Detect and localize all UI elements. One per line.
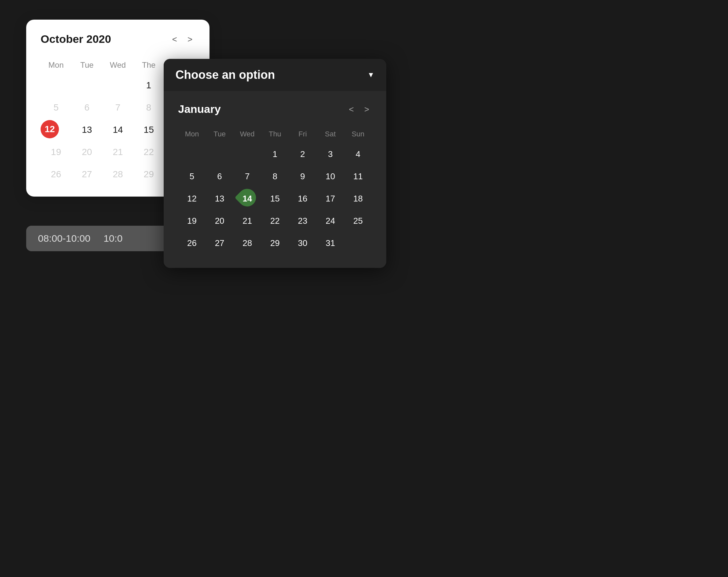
dropdown-header[interactable]: Choose an option ▼ [164,59,386,91]
dark-cal-header-row: Mon Tue Wed Thu Fri Sat Sun [178,126,372,142]
dark-day-23[interactable]: 23 [289,210,316,231]
light-day-12-selected[interactable]: 12 [41,120,59,138]
dark-col-wed: Wed [233,126,261,142]
light-day-13[interactable]: 13 [71,120,102,140]
dark-day-31[interactable]: 31 [316,232,344,253]
dark-day-13[interactable]: 13 [206,188,234,209]
dark-prev-button[interactable]: < [346,104,357,115]
dark-col-thu: Thu [261,126,289,142]
dark-day-29[interactable]: 29 [261,232,289,253]
dark-day-24[interactable]: 24 [316,210,344,231]
dark-calendar: January < > Mon Tue Wed Thu Fri Sat Sun [164,91,386,268]
dark-col-tue: Tue [206,126,234,142]
dark-day-empty [178,144,206,165]
dark-next-button[interactable]: > [362,104,372,115]
dark-day-5[interactable]: 5 [178,166,206,187]
dark-day-27[interactable]: 27 [206,232,234,253]
dark-day-11[interactable]: 11 [344,166,372,187]
dark-day-empty [206,144,234,165]
dark-day-12[interactable]: 12 [178,188,206,209]
dark-day-4[interactable]: 4 [344,144,372,165]
light-day-29[interactable]: 29 [133,165,164,184]
light-day-5[interactable]: 5 [41,98,71,117]
light-calendar-title: October 2020 [41,33,111,46]
light-day-26[interactable]: 26 [41,165,71,184]
dark-day-15[interactable]: 15 [261,188,289,209]
dark-day-18[interactable]: 18 [344,188,372,209]
light-day-20[interactable]: 20 [71,142,102,162]
dark-calendar-header: January < > [178,103,372,115]
light-day-empty [41,76,71,95]
light-next-button[interactable]: > [185,34,195,45]
dark-day-30[interactable]: 30 [289,232,316,253]
light-calendar-nav: < > [170,34,195,45]
dark-week-5: 26 27 28 29 30 31 [178,232,372,253]
dark-week-1: 1 2 3 4 [178,144,372,165]
light-day-7[interactable]: 7 [102,98,133,117]
dark-day-3[interactable]: 3 [316,144,344,165]
light-col-tue: Tue [71,57,102,73]
light-day-1[interactable]: 1 [133,76,164,95]
dark-day-6[interactable]: 6 [206,166,234,187]
dark-day-8[interactable]: 8 [261,166,289,187]
dark-day-14-selected[interactable]: 14 [233,188,261,209]
dark-day-2[interactable]: 2 [289,144,316,165]
light-day-empty [71,76,102,95]
dark-calendar-title: January [178,103,220,115]
dark-day-7[interactable]: 7 [233,166,261,187]
dark-col-sun: Sun [344,126,372,142]
dark-calendar-widget: Choose an option ▼ January < > Mon Tue W… [164,59,386,268]
dark-day-empty-end [344,232,372,253]
dark-day-10[interactable]: 10 [316,166,344,187]
time-slot-2[interactable]: 10:0 [103,233,123,244]
light-calendar-header: October 2020 < > [41,33,195,46]
light-day-6[interactable]: 6 [71,98,102,117]
dark-day-1[interactable]: 1 [261,144,289,165]
dark-day-25[interactable]: 25 [344,210,372,231]
light-prev-button[interactable]: < [170,34,180,45]
dark-week-4: 19 20 21 22 23 24 25 [178,210,372,231]
dark-day-20[interactable]: 20 [206,210,234,231]
light-day-19[interactable]: 19 [41,142,71,162]
light-col-mon: Mon [41,57,71,73]
dark-col-mon: Mon [178,126,206,142]
dropdown-arrow-icon: ▼ [367,71,374,79]
light-day-15[interactable]: 15 [133,120,164,140]
light-day-8[interactable]: 8 [133,98,164,117]
dark-week-3: 12 13 14 15 16 17 18 [178,188,372,209]
dark-day-19[interactable]: 19 [178,210,206,231]
dark-week-2: 5 6 7 8 9 10 11 [178,166,372,187]
light-day-27[interactable]: 27 [71,165,102,184]
light-day-28[interactable]: 28 [102,165,133,184]
dark-day-16[interactable]: 16 [289,188,316,209]
light-col-wed: Wed [102,57,133,73]
dark-col-fri: Fri [289,126,316,142]
dark-day-empty [233,144,261,165]
time-slot-1[interactable]: 08:00-10:00 [38,233,90,244]
dark-day-26[interactable]: 26 [178,232,206,253]
dark-day-21[interactable]: 21 [233,210,261,231]
dark-day-9[interactable]: 9 [289,166,316,187]
light-day-21[interactable]: 21 [102,142,133,162]
dark-day-22[interactable]: 22 [261,210,289,231]
light-day-14[interactable]: 14 [102,120,133,140]
dropdown-label: Choose an option [176,68,275,82]
dark-day-17[interactable]: 17 [316,188,344,209]
light-day-empty [102,76,133,95]
dark-col-sat: Sat [316,126,344,142]
dark-calendar-grid: Mon Tue Wed Thu Fri Sat Sun 1 2 3 4 5 [178,126,372,253]
light-col-thu: The [133,57,164,73]
dark-calendar-nav: < > [346,104,372,115]
dark-day-28[interactable]: 28 [233,232,261,253]
light-day-22[interactable]: 22 [133,142,164,162]
